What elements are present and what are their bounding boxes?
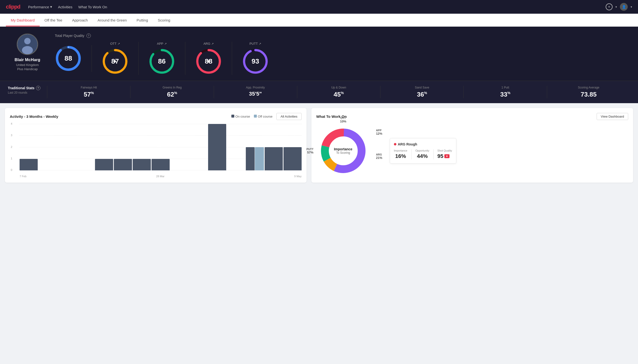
stat-scoring-average: Scoring Average 73.85 [547,86,630,98]
add-button[interactable]: + [606,4,612,10]
chevron-down-icon: ▾ [50,5,52,9]
bar-on-course [20,159,38,171]
stat-sand-save: Sand Save 36% [380,86,464,98]
info-icon[interactable]: ? [86,34,91,38]
score-circles: 88 OTT ↗ 87 [55,42,630,75]
x-labels: 7 Feb 28 Mar 9 May [20,175,302,178]
bar-group-7 [151,159,170,171]
app-value: 86 [158,58,165,65]
donut-center-sub: To Scoring [334,151,352,154]
app-ring: 86 [148,48,175,75]
stat-fairways-hit: Fairways Hit 57% [47,86,130,98]
app-donut-label: APP 12% [376,129,382,136]
work-on-panel: What To Work On View Dashboard Impo [311,108,633,182]
stats-info-icon[interactable]: ? [36,86,40,90]
app-label: APP ↗ [157,42,167,46]
svg-point-2 [22,46,33,54]
stat-app-proximity: App. Proximity 35'5" [214,86,297,98]
donut-chart-container: Importance To Scoring PUTT 57% OTT 10% A… [316,124,370,178]
shot-quality-value-row: 95 ▼ [438,153,452,160]
score-ott: OTT ↗ 87 [92,42,139,75]
player-handicap: Plus Handicap [17,67,38,71]
info-card-metrics: Importance 16% Opportunity 44% Shot Qual… [394,149,452,160]
nav-performance[interactable]: Performance ▾ [28,5,52,9]
metric-divider-2 [433,149,434,160]
bar-on-course [208,124,226,170]
view-dashboard-button[interactable]: View Dashboard [597,113,628,120]
bar-on-course [151,159,170,171]
metric-divider-1 [411,149,411,160]
chart-legend: On course Off course [231,115,273,118]
top-navigation: clippd Performance ▾ Activities What To … [0,0,638,14]
tab-around-the-green[interactable]: Around the Green [93,14,132,26]
bar-on-course [246,147,255,170]
metric-opportunity: Opportunity 44% [415,149,430,160]
red-dot-icon [394,143,396,146]
bar-on-course [95,159,113,171]
user-avatar-button[interactable]: 👤 [620,3,628,11]
ott-donut-label: OTT 10% [340,116,346,123]
overall-value: 88 [64,54,72,62]
bar-on-course [284,147,302,170]
stat-up-down: Up & Down 45% [297,86,380,98]
tab-off-the-tee[interactable]: Off the Tee [40,14,67,26]
donut-center-title: Importance [334,147,352,151]
tab-my-dashboard[interactable]: My Dashboard [6,14,40,26]
hero-section: Blair McHarg United Kingdom Plus Handica… [0,27,638,81]
nav-right-actions: + ▾ 👤 ▾ [606,3,632,11]
app-trend-icon: ↗ [164,42,167,46]
metric-shot-quality: Shot Quality 95 ▼ [438,149,452,160]
player-avatar [17,34,38,55]
arg-label: ARG ↗ [203,42,214,46]
player-name: Blair McHarg [15,58,40,62]
avatar-chevron[interactable]: ▾ [631,6,632,8]
score-arg: ARG ↗ 88 [185,42,232,75]
ott-value: 87 [111,58,119,65]
activity-panel: Activity - 3 Months - Weekly On course O… [5,108,307,182]
activity-chart-title: Activity - 3 Months - Weekly [10,114,58,118]
player-info: Blair McHarg United Kingdom Plus Handica… [8,34,47,71]
nav-activities[interactable]: Activities [58,5,73,9]
bar-on-course [133,159,151,171]
work-on-panel-header: What To Work On View Dashboard [316,113,628,120]
tab-approach[interactable]: Approach [67,14,93,26]
tab-bar: My Dashboard Off the Tee Approach Around… [0,14,638,27]
app-logo: clippd [6,4,20,10]
stats-title: Traditional Stats ? [8,86,47,90]
bar-group-14 [284,147,302,170]
ott-trend-icon: ↗ [118,42,120,46]
bar-group-6 [133,159,151,171]
stats-subtitle: Last 20 rounds [8,91,47,94]
ott-label: OTT ↗ [110,42,120,46]
putt-value: 93 [252,58,259,65]
tab-scoring[interactable]: Scoring [153,14,175,26]
bar-group-0 [20,159,38,171]
stat-greens-in-reg: Greens In Reg 62% [130,86,214,98]
all-activities-button[interactable]: All Activities [276,113,302,120]
tab-putting[interactable]: Putting [132,14,153,26]
bar-group-10 [208,124,226,170]
bar-on-course [265,147,283,170]
shot-quality-badge: ▼ [444,154,450,158]
donut-area: Importance To Scoring PUTT 57% OTT 10% A… [316,124,628,178]
player-country: United Kingdom [16,63,39,67]
arg-donut-label: ARG 21% [376,153,382,160]
bottom-panels: Activity - 3 Months - Weekly On course O… [0,103,638,188]
arg-value: 88 [205,58,212,65]
nav-what-to-work-on[interactable]: What To Work On [78,5,107,9]
putt-donut-label: PUTT 57% [307,148,314,154]
metrics-title: Total Player Quality ? [55,34,630,38]
bar-on-course [114,159,132,171]
activity-panel-header: Activity - 3 Months - Weekly On course O… [10,113,302,120]
ott-ring: 87 [102,48,129,75]
add-chevron[interactable]: ▾ [615,6,617,8]
svg-point-1 [24,38,31,44]
info-card: ARG Rough Importance 16% Opportunity 44%… [390,138,456,164]
bar-group-12 [246,147,264,170]
bar-group-4 [95,159,113,171]
putt-label: PUTT ↗ [250,42,261,46]
stats-bar: Traditional Stats ? Last 20 rounds Fairw… [0,81,638,103]
overall-ring: 88 [55,45,82,72]
stats-label-group: Traditional Stats ? Last 20 rounds [8,86,47,94]
activity-chart-area: 4 3 2 1 0 7 Feb 28 Mar 9 May [10,124,302,178]
